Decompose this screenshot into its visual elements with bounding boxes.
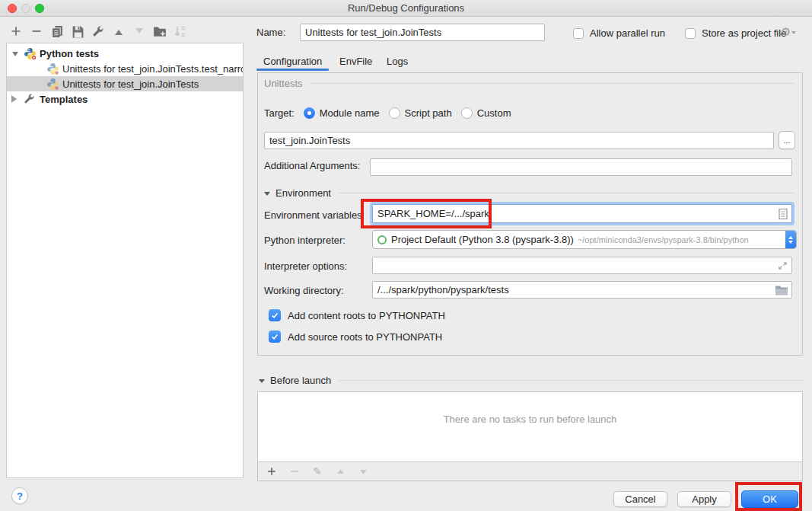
tab-envfile[interactable]: EnvFile (339, 55, 372, 69)
configurations-toolbar (9, 23, 187, 40)
tab-logs[interactable]: Logs (387, 55, 408, 69)
interpreter-options-label: Interpreter options: (264, 260, 347, 272)
checkbox-unchecked-icon[interactable] (685, 28, 696, 39)
edit-templates-icon[interactable] (91, 24, 105, 38)
working-directory-value: /.../spark/python/pyspark/tests (377, 284, 509, 295)
window-title: Run/Debug Configurations (0, 0, 812, 17)
before-launch-panel: There are no tasks to run before launch … (257, 391, 803, 481)
active-tab-underline (256, 69, 329, 71)
folder-icon[interactable] (775, 285, 788, 295)
conda-env-icon (377, 235, 387, 244)
combo-stepper-icon[interactable] (785, 231, 796, 248)
source-roots-checkbox[interactable]: Add source roots to PYTHONPATH (269, 331, 442, 343)
save-configuration-icon[interactable] (71, 24, 84, 38)
browse-module-button[interactable]: ... (779, 131, 795, 149)
new-folder-icon[interactable] (153, 24, 167, 38)
python-test-icon (46, 62, 59, 75)
working-directory-label: Working directory: (264, 285, 344, 296)
content-roots-label: Add content roots to PYTHONPATH (288, 310, 445, 321)
section-divider (339, 380, 803, 381)
gear-icon: ⚙ (781, 26, 791, 38)
additional-args-label-text: Additional Arguments: (264, 160, 360, 171)
environment-variables-input[interactable]: SPARK_HOME=/.../spark (372, 204, 792, 223)
tree-item-templates[interactable]: Templates (7, 91, 243, 107)
env-vars-value: SPARK_HOME=/.../spark (377, 208, 489, 219)
cancel-button-label: Cancel (625, 493, 655, 505)
radio-unselected-icon (461, 107, 473, 119)
radio-custom[interactable]: Custom (461, 107, 511, 119)
interpreter-options-label-text: Interpreter options: (264, 260, 347, 272)
python-interpreter-path: ~/opt/miniconda3/envs/pyspark-3.8/bin/py… (578, 235, 749, 244)
collapse-triangle-icon[interactable] (259, 379, 265, 386)
chevron-right-icon[interactable] (7, 95, 24, 103)
additional-args-input[interactable] (370, 158, 792, 176)
working-directory-input[interactable]: /.../spark/python/pyspark/tests (372, 281, 792, 299)
tree-item-python-tests[interactable]: Python tests (7, 46, 243, 61)
content-roots-checkbox[interactable]: Add content roots to PYTHONPATH (269, 309, 445, 321)
tree-item-unittests-jointests[interactable]: Unittests for test_join.JoinTests (7, 76, 243, 91)
collapse-triangle-icon[interactable] (264, 192, 270, 199)
before-launch-section-header[interactable]: Before launch (259, 375, 803, 386)
chevron-down-icon[interactable] (7, 48, 24, 59)
store-as-project-file-checkbox[interactable]: Store as project file (685, 26, 786, 41)
chevron-down-icon (791, 31, 796, 37)
wrench-icon (24, 93, 37, 106)
cancel-button[interactable]: Cancel (613, 491, 667, 507)
add-configuration-icon[interactable] (9, 24, 23, 38)
interpreter-options-input[interactable] (372, 257, 792, 274)
checkbox-unchecked-icon[interactable] (573, 28, 584, 39)
before-launch-section-title: Before launch (270, 375, 331, 386)
checkbox-checked-icon (269, 309, 281, 321)
ok-button[interactable]: OK (741, 490, 798, 508)
remove-task-icon (288, 465, 301, 478)
store-options-gear-icon[interactable]: ⚙ (781, 26, 796, 38)
help-button[interactable]: ? (11, 487, 28, 504)
additional-args-label: Additional Arguments: (264, 160, 360, 171)
target-label: Target: (264, 107, 295, 119)
radio-module-name[interactable]: Module name (304, 107, 380, 119)
ok-button-label: OK (763, 493, 777, 505)
copy-configuration-icon[interactable] (50, 24, 64, 38)
radio-module-name-label: Module name (320, 107, 380, 119)
tree-item-label: Python tests (40, 48, 99, 59)
move-task-up-icon (333, 465, 347, 478)
python-interpreter-value: Project Default (Python 3.8 (pyspark-3.8… (391, 234, 574, 245)
sort-configurations-icon (174, 24, 187, 38)
add-task-icon[interactable] (265, 465, 279, 478)
before-launch-empty-message: There are no tasks to run before launch (258, 414, 802, 425)
run-debug-configurations-dialog: Run/Debug Configurations (0, 0, 812, 511)
environment-section-header[interactable]: Environment (264, 187, 794, 199)
radio-script-path[interactable]: Script path (389, 107, 452, 119)
help-label: ? (17, 490, 23, 502)
tree-item-label: Templates (40, 94, 88, 105)
tree-item-label: Unittests for test_join.JoinTests (62, 78, 199, 90)
tree-item-unittests-test-narrow[interactable]: Unittests for test_join.JoinTests.test_n… (7, 61, 243, 76)
expand-field-icon[interactable] (778, 260, 788, 270)
configurations-tree: Python tests Unittests for test_join.Joi… (6, 43, 244, 478)
module-name-input[interactable]: test_join.JoinTests (264, 132, 774, 149)
browse-button-label: ... (783, 136, 790, 144)
section-divider (339, 193, 794, 193)
edit-task-pencil-icon: ✎ (310, 465, 324, 478)
python-interpreter-label: Python interpreter: (264, 235, 345, 246)
tab-configuration[interactable]: Configuration (263, 55, 322, 69)
apply-button[interactable]: Apply (677, 491, 731, 507)
env-vars-browse-icon[interactable] (779, 208, 788, 219)
environment-section-title: Environment (275, 187, 331, 199)
allow-parallel-run-checkbox[interactable]: Allow parallel run (573, 26, 665, 41)
allow-parallel-run-label: Allow parallel run (590, 26, 665, 41)
module-name-value: test_join.JoinTests (269, 135, 350, 146)
unittests-section-title: Unittests (264, 78, 303, 89)
tree-item-label: Unittests for test_join.JoinTests.test_n… (62, 63, 243, 75)
move-up-icon[interactable] (112, 24, 126, 38)
python-icon (24, 47, 37, 60)
remove-configuration-icon[interactable] (30, 24, 43, 38)
name-label: Name: (256, 24, 285, 41)
name-input[interactable]: Unittests for test_join.JoinTests (300, 24, 545, 41)
target-row: Target: Module name Script path Custom (264, 107, 511, 119)
store-as-project-file-label: Store as project file (702, 26, 786, 41)
python-interpreter-label-text: Python interpreter: (264, 235, 345, 246)
radio-selected-icon (304, 107, 315, 119)
configuration-panel: Unittests Target: Module name Script pat… (257, 72, 803, 356)
python-interpreter-select[interactable]: Project Default (Python 3.8 (pyspark-3.8… (372, 230, 797, 249)
